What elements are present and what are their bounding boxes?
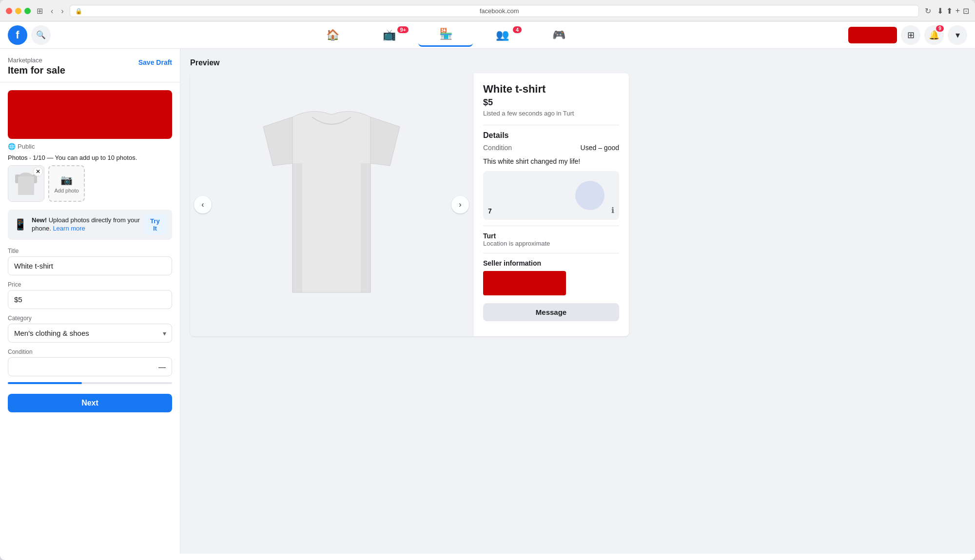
download-icon[interactable]: ⬇ — [937, 6, 943, 16]
location-sub: Location is approximate — [483, 240, 619, 247]
product-price: $5 — [483, 97, 619, 108]
progress-bar — [8, 382, 82, 384]
map-circle — [575, 181, 604, 210]
add-photo-label: Add photo — [54, 188, 78, 193]
photos-count-label: Photos · 1/10 — You can add up to 10 pho… — [8, 154, 172, 161]
product-image — [229, 83, 434, 327]
photos-row: ✕ 📷 Add photo — [8, 165, 172, 202]
tabs-icon[interactable]: ⊡ — [963, 6, 969, 16]
notifications-button[interactable]: 🔔 9 — [924, 25, 944, 45]
visibility-row: 🌐 Public — [8, 143, 172, 150]
traffic-light-red[interactable] — [6, 8, 12, 14]
remove-photo-button[interactable]: ✕ — [33, 167, 43, 176]
carousel-right-arrow[interactable]: › — [451, 196, 469, 213]
search-button[interactable]: 🔍 — [31, 25, 51, 45]
profile-photo-button[interactable] — [848, 27, 897, 43]
browser-forward-btn[interactable]: › — [59, 6, 65, 17]
tshirt-svg — [234, 88, 429, 322]
save-draft-button[interactable]: Save Draft — [138, 57, 172, 66]
address-bar[interactable]: 🔒 facebook.com — [70, 5, 919, 17]
carousel-left-arrow[interactable]: ‹ — [194, 196, 212, 213]
nav-watch[interactable]: 📺 9+ — [362, 23, 416, 47]
seller-title: Seller information — [483, 259, 619, 267]
product-description: This white shirt changed my life! — [483, 157, 619, 165]
add-tab-icon[interactable]: + — [956, 6, 960, 16]
account-menu-button[interactable]: ▾ — [948, 25, 967, 45]
page-title: Item for sale — [8, 65, 65, 76]
facebook-logo[interactable]: f — [8, 25, 27, 45]
traffic-light-green[interactable] — [24, 8, 31, 14]
product-info-panel: White t-shirt $5 Listed a few seconds ag… — [473, 73, 629, 336]
product-listed: Listed a few seconds ago in Turt — [483, 110, 619, 117]
nav-right: ⊞ 🔔 9 ▾ — [848, 25, 967, 45]
progress-bar-container — [8, 382, 172, 384]
image-carousel: ‹ — [190, 73, 473, 336]
nav-home[interactable]: 🏠 — [305, 23, 360, 47]
add-photo-icon: 📷 — [60, 174, 73, 186]
browser-back-btn[interactable]: ‹ — [49, 6, 55, 17]
new-badge: New! — [32, 216, 47, 224]
message-button[interactable]: Message — [483, 303, 619, 321]
condition-dropdown[interactable]: — — [8, 357, 172, 376]
title-label: Title — [8, 248, 172, 254]
title-input[interactable] — [8, 256, 172, 275]
browser-refresh-btn[interactable]: ↻ — [923, 5, 933, 17]
gaming-icon: 🎮 — [552, 29, 566, 41]
seller-avatar — [483, 271, 566, 295]
upload-text: New! Upload photos directly from your ph… — [32, 216, 144, 233]
groups-badge: 4 — [513, 26, 522, 33]
share-icon[interactable]: ⬆ — [946, 6, 953, 16]
next-button[interactable]: Next — [8, 394, 172, 412]
learn-more-link[interactable]: Learn more — [53, 225, 85, 232]
nav-marketplace[interactable]: 🏪 — [418, 23, 473, 47]
condition-label: Condition — [8, 348, 172, 355]
preview-label: Preview — [190, 58, 965, 67]
browser-sidebar-btn[interactable]: ⊞ — [35, 5, 45, 17]
main-photo-upload[interactable] — [8, 90, 172, 139]
home-icon: 🏠 — [326, 29, 339, 41]
category-select-wrapper: Men's clothing & shoes ▾ — [8, 324, 172, 343]
price-input[interactable] — [8, 290, 172, 309]
main-layout: Marketplace Item for sale Save Draft 🌐 P… — [0, 49, 975, 554]
product-title: White t-shirt — [483, 83, 619, 96]
upload-description: Upload photos directly from your phone. — [32, 216, 140, 232]
upload-banner: 📱 New! Upload photos directly from your … — [8, 210, 172, 240]
notifications-badge: 9 — [936, 25, 944, 32]
location-section: Turt Location is approximate — [483, 226, 619, 247]
price-label: Price — [8, 281, 172, 288]
info-icon: ℹ — [611, 206, 614, 215]
marketplace-label: Marketplace — [8, 57, 65, 64]
svg-rect-4 — [18, 176, 34, 195]
browser-action-buttons: ⬇ ⬆ + ⊡ — [937, 6, 969, 16]
grid-menu-button[interactable]: ⊞ — [901, 25, 920, 45]
traffic-light-yellow[interactable] — [15, 8, 21, 14]
lock-icon: 🔒 — [75, 8, 82, 15]
try-it-button[interactable]: Try It — [144, 214, 166, 235]
video-badge: 9+ — [397, 26, 409, 33]
details-section: Details Condition Used – good — [483, 125, 619, 152]
form-body: 🌐 Public Photos · 1/10 — You can add up … — [0, 82, 180, 420]
preview-card: ‹ — [190, 73, 629, 336]
nav-center: 🏠 📺 9+ 🏪 👥 4 🎮 — [51, 23, 840, 47]
map-placeholder: 7 ℹ — [483, 171, 619, 220]
condition-dash-icon: — — [158, 363, 166, 371]
title-field-group: Title — [8, 248, 172, 275]
add-photo-button[interactable]: 📷 Add photo — [48, 165, 85, 202]
price-field-group: Price — [8, 281, 172, 309]
nav-groups[interactable]: 👥 4 — [475, 23, 529, 47]
category-field-group: Category Men's clothing & shoes ▾ — [8, 315, 172, 343]
condition-row: Condition Used – good — [483, 144, 619, 152]
video-icon: 📺 — [383, 29, 396, 41]
form-sidebar: Marketplace Item for sale Save Draft 🌐 P… — [0, 49, 180, 554]
visibility-icon: 🌐 — [8, 143, 16, 150]
condition-value: Used – good — [581, 144, 619, 152]
groups-icon: 👥 — [496, 29, 509, 41]
visibility-label: Public — [18, 143, 35, 150]
url-text: facebook.com — [85, 7, 914, 15]
location-name: Turt — [483, 232, 619, 240]
category-select[interactable]: Men's clothing & shoes — [8, 324, 172, 343]
photo-thumbnail-1: ✕ — [8, 165, 44, 202]
nav-gaming[interactable]: 🎮 — [531, 23, 586, 47]
category-label: Category — [8, 315, 172, 322]
form-header: Marketplace Item for sale Save Draft — [0, 49, 180, 82]
